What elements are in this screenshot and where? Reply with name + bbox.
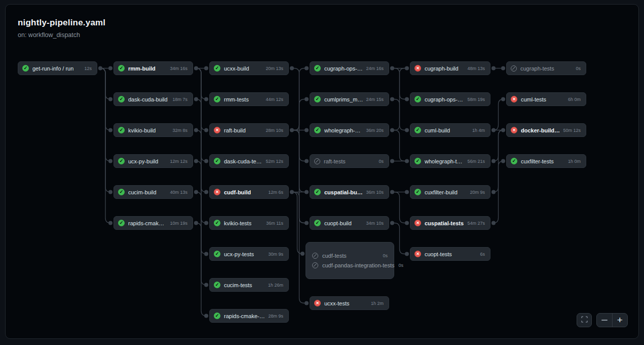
success-icon: [214, 313, 220, 319]
node-duration: 30m 9s: [265, 252, 283, 257]
workflow-node-wholegraph-build[interactable]: wholegraph-build36m 20s: [310, 123, 389, 137]
failure-icon: [414, 220, 421, 226]
workflow-node-rmm-build[interactable]: rmm-build34m 16s: [113, 61, 193, 75]
group-child-row[interactable]: cudf-tests0s: [312, 253, 388, 259]
failure-icon: [511, 127, 517, 133]
workflow-node-ucxx-build[interactable]: ucxx-build20m 13s: [209, 61, 289, 75]
node-duration: 18m 7s: [169, 97, 187, 102]
success-icon: [214, 251, 220, 257]
workflow-node-cucim-tests[interactable]: cucim-tests1h 26m: [209, 278, 289, 292]
node-label: ucx-py-build: [128, 158, 158, 164]
node-duration: 1h 2m: [368, 301, 384, 306]
node-label: cucim-tests: [224, 282, 252, 288]
node-duration: 1h 4m: [469, 128, 485, 133]
node-label: raft-tests: [324, 158, 346, 164]
success-icon: [118, 220, 125, 226]
node-duration: 20m 13s: [262, 66, 283, 71]
workflow-graph-panel: [5, 4, 639, 339]
workflow-node-cugraph-build[interactable]: cugraph-build48m 13s: [410, 61, 490, 75]
success-icon: [414, 96, 421, 102]
workflow-node-rmm-tests[interactable]: rmm-tests44m 12s: [209, 92, 289, 106]
node-duration: 36m 10s: [363, 190, 384, 195]
workflow-node-cumlprims_mg-build[interactable]: cumlprims_mg-build24m 15s: [310, 92, 389, 106]
zoom-control-group: +: [596, 313, 628, 327]
node-duration: 32m 8s: [169, 128, 187, 133]
node-duration: 50m 12s: [560, 128, 581, 133]
node-label: kvikio-tests: [224, 220, 251, 226]
node-label: get-run-info / run: [32, 65, 73, 72]
node-duration: 56m 21s: [464, 159, 485, 164]
workflow-node-cudf-build[interactable]: cudf-build12m 6s: [209, 185, 289, 199]
node-duration: 58m 19s: [464, 97, 485, 102]
node-label: wholegraph-tests: [425, 158, 464, 164]
skipped-icon: [511, 65, 517, 72]
success-icon: [118, 189, 125, 195]
failure-icon: [511, 96, 517, 102]
node-label: cugraph-build: [425, 65, 459, 72]
node-duration: 24m 15s: [363, 97, 384, 102]
node-label: cuml-tests: [521, 96, 546, 102]
workflow-node-cugraph-tests[interactable]: cugraph-tests0s: [506, 61, 586, 75]
workflow-node-cuopt-tests[interactable]: cuopt-tests6s: [410, 247, 490, 261]
workflow-node-rapids-cmake-build[interactable]: rapids-cmake-build10m 19s: [113, 216, 193, 230]
workflow-node-docker-build-and-test[interactable]: docker-build-and-test50m 12s: [506, 123, 586, 137]
workflow-node-ucx-py-tests[interactable]: ucx-py-tests30m 9s: [209, 247, 289, 261]
workflow-node-raft-build[interactable]: raft-build28m 10s: [209, 123, 289, 137]
workflow-node-cuspatial-tests[interactable]: cuspatial-tests54m 27s: [410, 216, 490, 230]
workflow-node-kvikio-build[interactable]: kvikio-build32m 8s: [113, 123, 193, 137]
node-duration: 10m 19s: [167, 221, 187, 226]
node-duration: 48m 13s: [464, 66, 485, 71]
success-icon: [214, 158, 220, 164]
node-label: cuxfilter-tests: [521, 158, 554, 164]
workflow-node-cuml-build[interactable]: cuml-build1h 4m: [410, 123, 490, 137]
success-icon: [314, 65, 321, 72]
node-duration: 6s: [477, 252, 485, 257]
node-label: cudf-build: [224, 189, 251, 195]
node-label: dask-cuda-build: [128, 96, 168, 102]
failure-icon: [414, 251, 421, 257]
success-icon: [214, 96, 220, 102]
success-icon: [314, 189, 321, 195]
workflow-node-dask-cuda-build[interactable]: dask-cuda-build18m 7s: [113, 92, 193, 106]
workflow-node-cuxfilter-build[interactable]: cuxfilter-build20m 9s: [410, 185, 490, 199]
node-label: rapids-cmake-tests: [224, 313, 265, 319]
fit-view-button[interactable]: [577, 313, 592, 327]
node-label: wholegraph-build: [324, 127, 363, 133]
workflow-node-dask-cuda-tests[interactable]: dask-cuda-tests52m 12s: [209, 154, 289, 168]
workflow-node-cuspatial-build[interactable]: cuspatial-build36m 10s: [310, 185, 389, 199]
workflow-node-ucx-py-build[interactable]: ucx-py-build12m 12s: [113, 154, 193, 168]
zoom-out-button[interactable]: [597, 314, 613, 327]
workflow-node-cucim-build[interactable]: cucim-build40m 13s: [113, 185, 193, 199]
node-label: cuopt-tests: [425, 251, 452, 257]
node-label: cucim-build: [128, 189, 157, 195]
canvas-controls: +: [577, 313, 628, 327]
node-duration: 40m 13s: [167, 190, 187, 195]
failure-icon: [314, 300, 321, 306]
group-child-row[interactable]: cudf-pandas-integration-tests0s: [312, 262, 388, 268]
node-label: cuopt-build: [324, 220, 352, 226]
node-label: cumlprims_mg-build: [324, 96, 363, 102]
workflow-node-raft-tests[interactable]: raft-tests0s: [310, 154, 389, 168]
workflow-node-cuml-tests[interactable]: cuml-tests6h 0m: [506, 92, 586, 106]
node-label: rmm-tests: [224, 96, 249, 102]
node-duration: 1h 0m: [565, 159, 581, 164]
node-label: cudf-tests: [322, 253, 347, 259]
workflow-node-wholegraph-tests[interactable]: wholegraph-tests56m 21s: [410, 154, 490, 168]
success-icon: [118, 96, 125, 102]
node-duration: 0s: [573, 66, 581, 71]
workflow-node-ucxx-tests[interactable]: ucxx-tests1h 2m: [310, 296, 389, 310]
workflow-node-get-run-info[interactable]: get-run-info / run12s: [18, 61, 97, 75]
node-duration: 44m 12s: [262, 97, 283, 102]
zoom-in-button[interactable]: +: [613, 314, 628, 327]
workflow-node-cuopt-build[interactable]: cuopt-build34m 10s: [310, 216, 389, 230]
workflow-node-group-cudf-tests-group[interactable]: cudf-tests0scudf-pandas-integration-test…: [306, 242, 394, 279]
node-label: rmm-build: [128, 65, 156, 72]
workflow-node-cugraph-ops-build[interactable]: cugraph-ops-build24m 16s: [310, 61, 389, 75]
success-icon: [414, 189, 421, 195]
workflow-node-kvikio-tests[interactable]: kvikio-tests36m 11s: [209, 216, 289, 230]
workflow-node-rapids-cmake-tests[interactable]: rapids-cmake-tests28m 9s: [209, 309, 289, 323]
workflow-node-cugraph-ops-tests[interactable]: cugraph-ops-tests58m 19s: [410, 92, 490, 106]
node-duration: 12s: [81, 66, 92, 71]
node-duration: 1h 26m: [265, 283, 283, 288]
workflow-node-cuxfilter-tests[interactable]: cuxfilter-tests1h 0m: [506, 154, 586, 168]
